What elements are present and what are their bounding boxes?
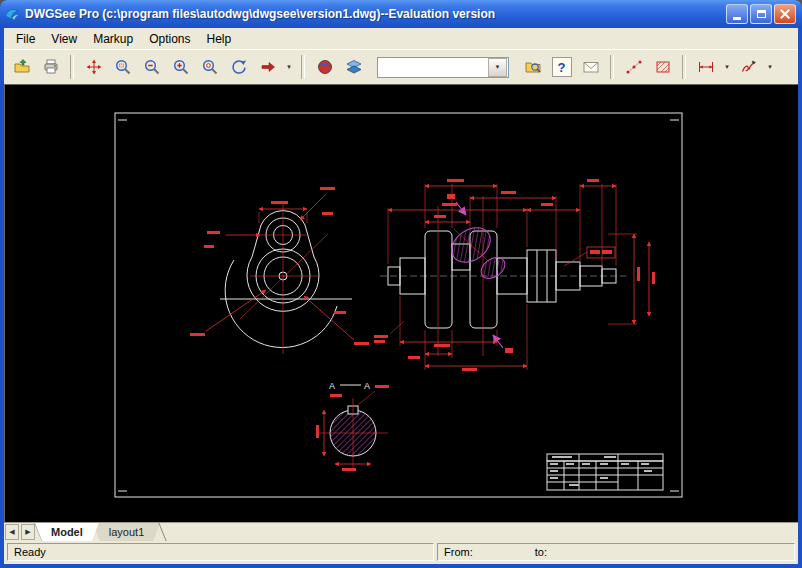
drawing-canvas[interactable]: A A [4, 84, 798, 522]
statusbar: Ready From: to: [4, 541, 798, 564]
rotate-icon [230, 58, 248, 76]
status-from-label: From: [444, 546, 473, 558]
zoom-extents-button[interactable] [196, 54, 223, 81]
crankshaft-dimensions [374, 179, 655, 371]
titlebar[interactable]: DWGSee Pro (c:\program files\autodwg\dwg… [0, 0, 802, 28]
status-ready: Ready [7, 543, 434, 561]
dimension-icon [697, 58, 715, 76]
status-to-label: to: [535, 546, 547, 558]
zoom-out-icon [143, 58, 161, 76]
maximize-icon [757, 10, 766, 18]
layers-button[interactable] [340, 54, 367, 81]
pen-icon [740, 58, 758, 76]
crankshaft-view [380, 194, 626, 356]
cam-part-view [190, 187, 369, 354]
toolbar-separator [70, 55, 74, 79]
cad-drawing: A A [4, 84, 798, 524]
combo-dropdown-icon[interactable]: ▼ [488, 58, 507, 77]
measure-area-icon [654, 58, 672, 76]
toolbar-separator [610, 55, 614, 79]
toolbar-separator [301, 55, 305, 79]
email-button[interactable] [577, 54, 604, 81]
pen-markup-button[interactable] [735, 54, 762, 81]
dimension-markup-button[interactable] [692, 54, 719, 81]
open-folder-icon [13, 58, 31, 76]
close-icon [779, 8, 791, 20]
layer-combo[interactable]: ▼ [377, 57, 509, 78]
zoom-in-button[interactable] [167, 54, 194, 81]
menu-markup[interactable]: Markup [85, 30, 141, 48]
tab-divider [159, 523, 167, 541]
print-button[interactable] [37, 54, 64, 81]
find-folder-icon [524, 58, 542, 76]
close-button[interactable] [774, 4, 796, 24]
pen-dropdown-caret[interactable]: ▼ [764, 54, 776, 81]
tabbar: ◀ ▶ Model layout1 [4, 522, 798, 541]
red-arrow-icon [259, 58, 277, 76]
section-label-a-right: A [364, 381, 370, 391]
render-button[interactable] [311, 54, 338, 81]
tab-scroll-left-button[interactable]: ◀ [5, 524, 19, 540]
toolbar-separator [682, 55, 686, 79]
measure-distance-button[interactable] [620, 54, 647, 81]
zoom-extents-icon [201, 58, 219, 76]
zoom-in-icon [172, 58, 190, 76]
email-icon [582, 58, 600, 76]
toolbar: ▼ ▼ [4, 49, 798, 84]
printer-icon [42, 58, 60, 76]
tab-scroll-right-button[interactable]: ▶ [21, 524, 35, 540]
open-button[interactable] [8, 54, 35, 81]
section-view: A A [316, 381, 389, 471]
help-button[interactable]: ? [548, 54, 575, 81]
menu-help[interactable]: Help [199, 30, 240, 48]
menu-options[interactable]: Options [141, 30, 198, 48]
zoom-window-icon [114, 58, 132, 76]
zoom-window-button[interactable] [109, 54, 136, 81]
title-block [547, 454, 663, 490]
layers-icon [345, 58, 363, 76]
maximize-button[interactable] [750, 4, 772, 24]
previous-view-button[interactable] [254, 54, 281, 81]
menu-view[interactable]: View [43, 30, 85, 48]
dimension-dropdown-caret[interactable]: ▼ [721, 54, 733, 81]
pan-arrows-icon [85, 58, 103, 76]
zoom-out-button[interactable] [138, 54, 165, 81]
rotate-button[interactable] [225, 54, 252, 81]
menubar: File View Markup Options Help [4, 28, 798, 49]
app-body: File View Markup Options Help [4, 28, 798, 564]
app-icon [4, 6, 20, 22]
section-label-a-left: A [329, 381, 335, 391]
sheet-border [115, 113, 682, 497]
status-coordinates: From: to: [437, 543, 795, 561]
help-icon: ? [552, 57, 572, 77]
app-window: DWGSee Pro (c:\program files\autodwg\dwg… [0, 0, 802, 568]
view-dropdown-caret[interactable]: ▼ [283, 54, 295, 81]
tab-model[interactable]: Model [35, 523, 99, 541]
find-button[interactable] [519, 54, 546, 81]
measure-area-button[interactable] [649, 54, 676, 81]
measure-distance-icon [625, 58, 643, 76]
tab-layout1[interactable]: layout1 [93, 523, 160, 541]
pan-button[interactable] [80, 54, 107, 81]
minimize-icon [733, 17, 741, 20]
window-title: DWGSee Pro (c:\program files\autodwg\dwg… [25, 7, 721, 21]
render-globe-icon [316, 58, 334, 76]
menu-file[interactable]: File [8, 30, 43, 48]
minimize-button[interactable] [726, 4, 748, 24]
